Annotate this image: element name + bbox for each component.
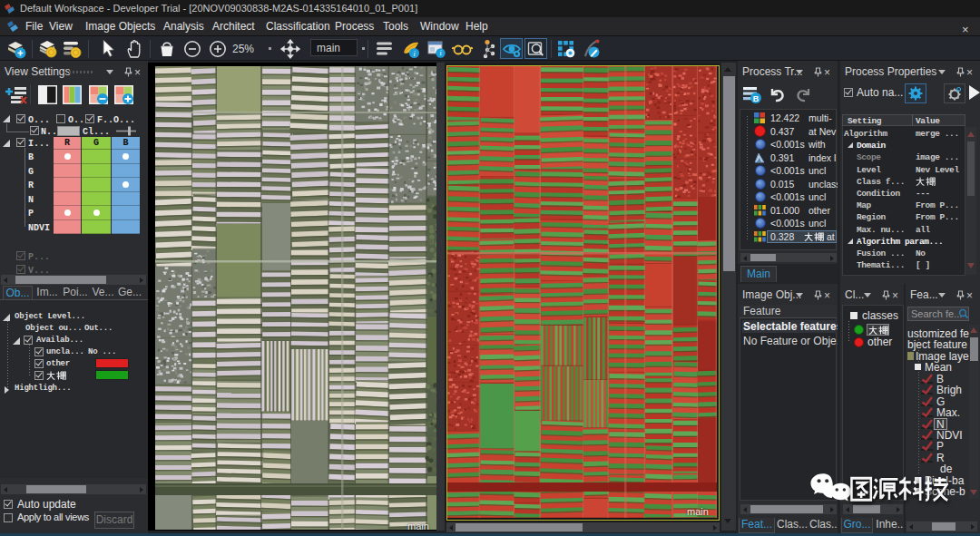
svg-text:i: i: [439, 49, 441, 57]
svg-text:i: i: [413, 50, 415, 58]
svg-text:B: B: [753, 94, 760, 103]
